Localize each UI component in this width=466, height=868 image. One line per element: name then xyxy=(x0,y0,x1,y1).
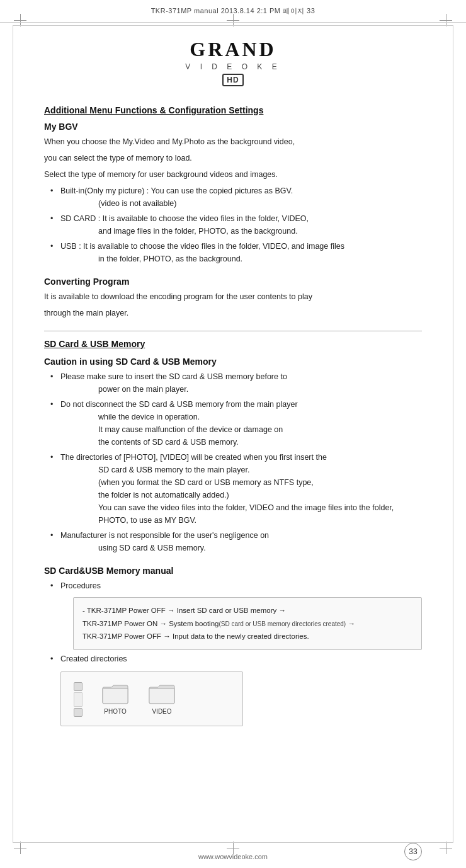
subsection-sdmanual: SD Card&USB Memory manual Procedures - T… xyxy=(44,566,422,726)
subsection-caution: Caution in using SD Card & USB Memory Pl… xyxy=(44,357,422,554)
subsection-mybgv: My BGV When you choose the My.Video and … xyxy=(44,122,422,265)
reg-mark-bm xyxy=(227,842,239,854)
proc-line2-small: (SD card or USB memory directories creat… xyxy=(219,620,346,627)
caution-b3-indent: SD card & USB memory to the main player.… xyxy=(60,464,422,527)
sdmanual-list: Procedures - TKR-371MP Power OFF → Inser… xyxy=(50,580,422,726)
converting-para1: It is available to download the encoding… xyxy=(44,290,422,303)
folder-video-label: VIDEO xyxy=(152,707,171,717)
folder-photo: PHOTO xyxy=(101,682,129,717)
folder-video: VIDEO xyxy=(148,682,176,717)
mybgv-para3: Select the type of memory for user backg… xyxy=(44,168,422,181)
converting-para2: through the main player. xyxy=(44,307,422,319)
caution-title: Caution in using SD Card & USB Memory xyxy=(44,357,422,367)
mybgv-bullet-3-indent: in the folder, PHOTO, as the background. xyxy=(60,253,422,265)
created-label: Created directories xyxy=(60,654,127,663)
footer-url: www.wowvideoke.com xyxy=(198,853,268,860)
caution-b2-indent: while the device in operation. It may ca… xyxy=(60,411,422,448)
procedure-box: - TKR-371MP Power OFF → Insert SD card o… xyxy=(73,597,422,650)
mybgv-bullet-3: USB : It is available to choose the vide… xyxy=(50,240,422,265)
folder-video-icon xyxy=(148,682,176,705)
logo-hd: HD xyxy=(222,74,243,86)
converting-title: Converting Program xyxy=(44,277,422,287)
footer: www.wowvideoke.com xyxy=(0,853,466,860)
section2-title: SD Card & USB Memory xyxy=(44,339,422,350)
mybgv-title: My BGV xyxy=(44,122,422,132)
page-content: GRAND V I D E O K E HD Additional Menu F… xyxy=(0,0,466,775)
mybgv-para2: you can select the type of memory to loa… xyxy=(44,152,422,164)
procedures-label: Procedures xyxy=(60,581,101,590)
reg-mark-bl xyxy=(14,842,26,854)
caution-b1-main: Please make sure to insert the SD card &… xyxy=(60,372,287,381)
proc-line1: - TKR-371MP Power OFF → Insert SD card o… xyxy=(82,604,412,617)
mybgv-para1: When you choose the My.Video and My.Phot… xyxy=(44,135,422,148)
section-divider xyxy=(44,331,422,331)
caution-b2-main: Do not disconnect the SD card & USB memo… xyxy=(60,400,298,409)
logo-videoke: V I D E O K E xyxy=(44,62,422,71)
caution-bullet-2: Do not disconnect the SD card & USB memo… xyxy=(50,398,422,448)
page-number: 33 xyxy=(404,843,422,860)
caution-b1-indent: power on the main player. xyxy=(60,383,422,396)
mybgv-bullets: Built-in(Only my picture) : You can use … xyxy=(50,185,422,265)
caution-b3-main: The directories of [PHOTO], [VIDEO] will… xyxy=(60,453,327,462)
mybgv-bullet-1-indent: (video is not available) xyxy=(60,197,422,210)
caution-bullets: Please make sure to insert the SD card &… xyxy=(50,370,422,554)
caution-bullet-1: Please make sure to insert the SD card &… xyxy=(50,370,422,396)
logo-area: GRAND V I D E O K E HD xyxy=(44,38,422,86)
sdmanual-created: Created directories xyxy=(50,653,422,726)
reg-mark-br xyxy=(440,842,452,854)
proc-line3: TKR-371MP Power OFF → Input data to the … xyxy=(82,630,412,643)
mybgv-bullet-1: Built-in(Only my picture) : You can use … xyxy=(50,185,422,210)
caution-b4-main: Manufacturer is not responsible for the … xyxy=(60,531,269,540)
caution-bullet-3: The directories of [PHOTO], [VIDEO] will… xyxy=(50,451,422,527)
section-additional-menu: Additional Menu Functions & Configuratio… xyxy=(44,105,422,319)
mybgv-bullet-2-indent: and image files in the folder, PHOTO, as… xyxy=(60,225,422,237)
sdmanual-title: SD Card&USB Memory manual xyxy=(44,566,422,576)
section-sdcard: SD Card & USB Memory Caution in using SD… xyxy=(44,339,422,726)
section1-title: Additional Menu Functions & Configuratio… xyxy=(44,105,422,115)
caution-bullet-4: Manufacturer is not responsible for the … xyxy=(50,529,422,554)
folder-photo-icon xyxy=(101,682,129,705)
folder-photo-label: PHOTO xyxy=(104,707,126,717)
proc-line2: TKR-371MP Power ON → System booting(SD c… xyxy=(82,617,412,631)
caution-b4-indent: using SD card & USB memory. xyxy=(60,542,422,554)
subsection-converting: Converting Program It is available to do… xyxy=(44,277,422,319)
logo-grand: GRAND xyxy=(44,38,422,61)
mybgv-bullet-2: SD CARD : It is available to choose the … xyxy=(50,212,422,237)
proc-line2-end: → xyxy=(346,620,355,627)
sdmanual-procedures: Procedures - TKR-371MP Power OFF → Inser… xyxy=(50,580,422,650)
proc-line2-text: TKR-371MP Power ON → System booting xyxy=(82,620,219,627)
mybgv-bullet-2-main: SD CARD : It is available to choose the … xyxy=(60,214,309,223)
mybgv-bullet-1-main: Built-in(Only my picture) : You can use … xyxy=(60,186,293,195)
mybgv-bullet-3-main: USB : It is available to choose the vide… xyxy=(60,242,344,251)
